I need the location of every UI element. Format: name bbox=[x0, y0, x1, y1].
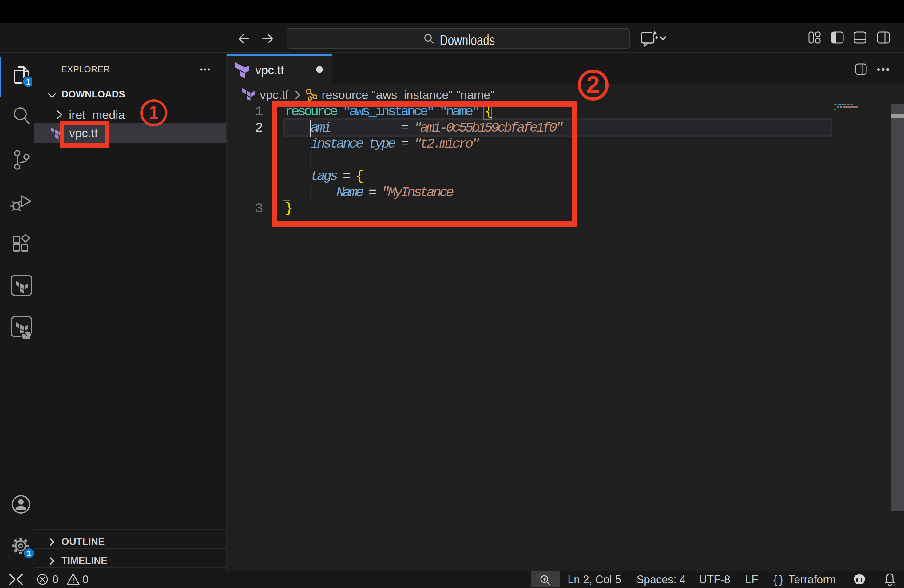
svg-text:1: 1 bbox=[26, 77, 30, 86]
svg-text:1: 1 bbox=[27, 549, 31, 558]
